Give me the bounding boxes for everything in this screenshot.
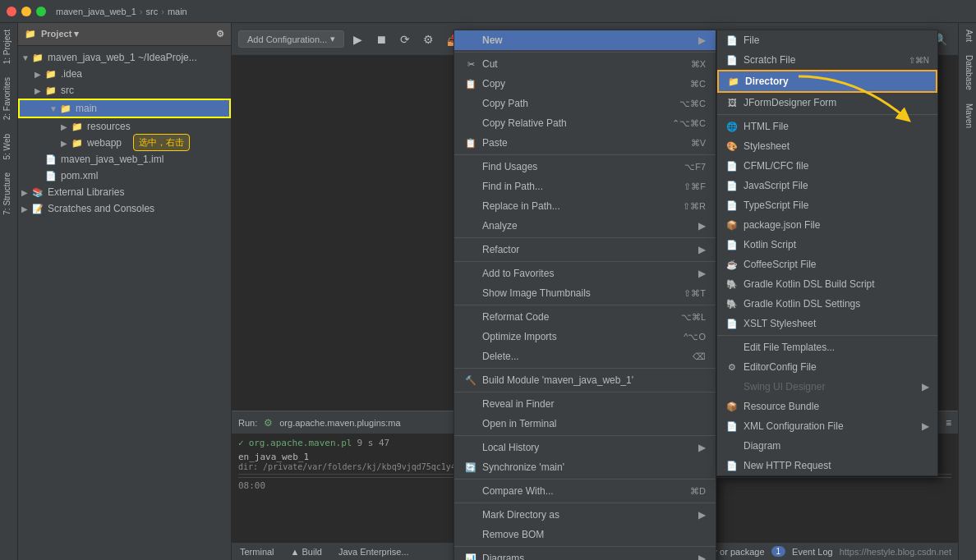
menu-item-copypath[interactable]: Copy Path ⌥⌘C — [454, 94, 716, 113]
submenu-item-packagejson[interactable]: 📦 package.json File — [717, 215, 937, 235]
menu-item-buildmodule[interactable]: 🔨 Build Module 'maven_java_web_1' — [454, 370, 716, 390]
run-button[interactable]: ▶ — [349, 30, 366, 48]
submenu-item-stylesheet[interactable]: 🎨 Stylesheet — [717, 136, 937, 156]
submenu-label-xslt: XSLT Stylesheet — [744, 318, 816, 329]
project-settings-icon[interactable]: ⚙ — [216, 29, 224, 39]
menu-item-delete[interactable]: Delete... ⌫ — [454, 347, 716, 366]
sidebar-item-structure[interactable]: 7: Structure — [0, 166, 17, 222]
menu-item-cut[interactable]: ✂ Cut ⌘X — [454, 54, 716, 74]
tree-item-main[interactable]: ▼ 📁 main — [18, 99, 231, 118]
refresh-button[interactable]: ⟳ — [396, 30, 414, 48]
menu-item-synchronize[interactable]: 🔄 Synchronize 'main' — [454, 457, 716, 477]
submenu-item-file[interactable]: 📄 File — [717, 30, 937, 50]
file-icon-iml: 📄 — [44, 153, 58, 166]
copyrelpath-shortcut: ⌃⌥⌘C — [672, 118, 706, 129]
settings-button[interactable]: ⚙ — [419, 30, 438, 48]
close-button[interactable] — [7, 7, 16, 16]
submenu-item-coffeescript[interactable]: ☕ CoffeeScript File — [717, 255, 937, 274]
tree-item-idea[interactable]: ▶ 📁 .idea — [18, 66, 231, 82]
tree-arrow-resources: ▶ — [61, 122, 71, 131]
run-time-text: 9 s 47 — [357, 438, 389, 448]
submenu-item-diagram[interactable]: Diagram — [717, 436, 937, 456]
menu-item-diagrams[interactable]: 📊 Diagrams ▶ — [454, 549, 716, 560]
tab-javaenterprise[interactable]: Java Enterprise... — [330, 543, 417, 560]
menu-item-optimizeimports[interactable]: Optimize Imports ^⌥O — [454, 327, 716, 347]
submenu-item-gradlekotlindsl[interactable]: 🐘 Gradle Kotlin DSL Build Script — [717, 274, 937, 294]
right-tab-maven[interactable]: Maven — [959, 97, 976, 135]
maximize-button[interactable] — [36, 7, 46, 16]
menu-item-copyrelpath[interactable]: Copy Relative Path ⌃⌥⌘C — [454, 113, 716, 133]
menu-item-replaceinpath[interactable]: Replace in Path... ⇧⌘R — [454, 196, 716, 216]
tab-terminal[interactable]: Terminal — [232, 543, 283, 560]
submenu-item-directory[interactable]: 📁 Directory — [717, 70, 937, 93]
menu-item-analyze[interactable]: Analyze ▶ — [454, 216, 716, 236]
menu-item-findusages[interactable]: Find Usages ⌥F7 — [454, 157, 716, 177]
tab-build[interactable]: ▲ Build — [283, 543, 330, 560]
submenu-item-resourcebundle[interactable]: 📦 Resource Bundle — [717, 397, 937, 416]
menu-label-revealinfinder: Reveal in Finder — [482, 398, 554, 410]
reformat-shortcut: ⌥⌘L — [681, 312, 706, 323]
diagrams-icon: 📊 — [464, 552, 477, 560]
event-log-badge[interactable]: 1 — [771, 546, 786, 557]
submenu-label-coffeescript: CoffeeScript File — [744, 259, 816, 270]
event-log-label[interactable]: Event Log — [792, 547, 833, 557]
htmlfile-icon: 🌐 — [725, 120, 739, 133]
sidebar-item-project[interactable]: 1: Project — [0, 23, 17, 71]
tree-label-pom: pom.xml — [61, 170, 98, 181]
minimize-button[interactable] — [21, 7, 31, 16]
menu-item-localhistory[interactable]: Local History ▶ — [454, 438, 716, 457]
menu-item-comparewith[interactable]: Compare With... ⌘D — [454, 481, 716, 501]
submenu-item-editorconfig[interactable]: ⚙ EditorConfig File — [717, 357, 937, 377]
cut-icon: ✂ — [464, 57, 477, 71]
stop-button[interactable]: ⏹ — [371, 30, 391, 48]
tree-item-webapp[interactable]: ▶ 📁 webapp — [18, 135, 231, 151]
submenu-item-editfiletemplates[interactable]: Edit File Templates... — [717, 337, 937, 357]
add-configuration-button[interactable]: Add Configuration... ▾ — [238, 30, 344, 48]
submenu-item-newhttprequest[interactable]: 📄 New HTTP Request — [717, 456, 937, 475]
bottom-scroll-icon[interactable]: ≡ — [946, 417, 951, 429]
submenu-item-jformdesigner[interactable]: 🖼 JFormDesigner Form — [717, 93, 937, 112]
file-icon: 📄 — [725, 34, 739, 47]
submenu-item-scratchfile[interactable]: 📄 Scratch File ⇧⌘N — [717, 50, 937, 70]
menu-item-new[interactable]: New ▶ — [454, 30, 716, 50]
tree-item-pom[interactable]: ▶ 📄 pom.xml — [18, 168, 231, 184]
sidebar-item-favorites[interactable]: 2: Favorites — [0, 71, 17, 126]
tree-item-scratches[interactable]: ▶ 📝 Scratches and Consoles — [18, 200, 231, 217]
submenu-item-htmlfile[interactable]: 🌐 HTML File — [717, 117, 937, 136]
folder-icon-root: 📁 — [31, 51, 44, 64]
sidebar-item-web[interactable]: 5: Web — [0, 127, 17, 167]
menu-item-refactor[interactable]: Refactor ▶ — [454, 240, 716, 259]
menu-item-findinpath[interactable]: Find in Path... ⇧⌘F — [454, 177, 716, 196]
tree-item-iml[interactable]: ▶ 📄 maven_java_web_1.iml — [18, 151, 231, 168]
submenu-item-tsfile[interactable]: 📄 TypeScript File — [717, 195, 937, 215]
menu-item-markdir[interactable]: Mark Directory as ▶ — [454, 505, 716, 525]
menu-item-addtofav[interactable]: Add to Favorites ▶ — [454, 264, 716, 283]
submenu-item-xslt[interactable]: 📄 XSLT Stylesheet — [717, 314, 937, 333]
tree-item-extlibs[interactable]: ▶ 📚 External Libraries — [18, 184, 231, 200]
menu-item-openinterminal[interactable]: Open in Terminal — [454, 414, 716, 434]
tree-item-src[interactable]: ▶ 📁 src — [18, 82, 231, 99]
menu-separator-8 — [454, 479, 716, 480]
submenu-item-jsfile[interactable]: 📄 JavaScript File — [717, 176, 937, 195]
editfiletemplates-icon — [725, 341, 739, 354]
tree-label-extlibs: External Libraries — [48, 186, 124, 198]
submenu-item-cfml[interactable]: 📄 CFML/CFC file — [717, 156, 937, 176]
menu-item-paste[interactable]: 📋 Paste ⌘V — [454, 133, 716, 153]
menu-item-showimagethumbs[interactable]: Show Image Thumbnails ⇧⌘T — [454, 283, 716, 303]
submenu-item-swingui: Swing UI Designer ▶ — [717, 377, 937, 397]
delete-icon — [464, 350, 477, 363]
menu-item-reformat[interactable]: Reformat Code ⌥⌘L — [454, 307, 716, 327]
tree-item-root[interactable]: ▼ 📁 maven_java_web_1 ~/IdeaProje... — [18, 49, 231, 66]
tree-item-resources[interactable]: ▶ 📁 resources — [18, 118, 231, 135]
submenu-item-gradlekotlinsettings[interactable]: 🐘 Gradle Kotlin DSL Settings — [717, 294, 937, 314]
traffic-lights — [7, 7, 46, 16]
right-tab-ant[interactable]: Ant — [959, 23, 976, 48]
menu-item-copy[interactable]: 📋 Copy ⌘C — [454, 74, 716, 94]
submenu-item-kotlinscript[interactable]: 📄 Kotlin Script — [717, 235, 937, 255]
project-title: Project ▾ — [41, 29, 79, 39]
menu-item-removebom[interactable]: Remove BOM — [454, 525, 716, 544]
menu-separator-1 — [454, 154, 716, 155]
menu-item-revealinfinder[interactable]: Reveal in Finder — [454, 394, 716, 414]
submenu-item-xmlconfig[interactable]: 📄 XML Configuration File ▶ — [717, 416, 937, 436]
right-tab-database[interactable]: Database — [959, 48, 976, 97]
